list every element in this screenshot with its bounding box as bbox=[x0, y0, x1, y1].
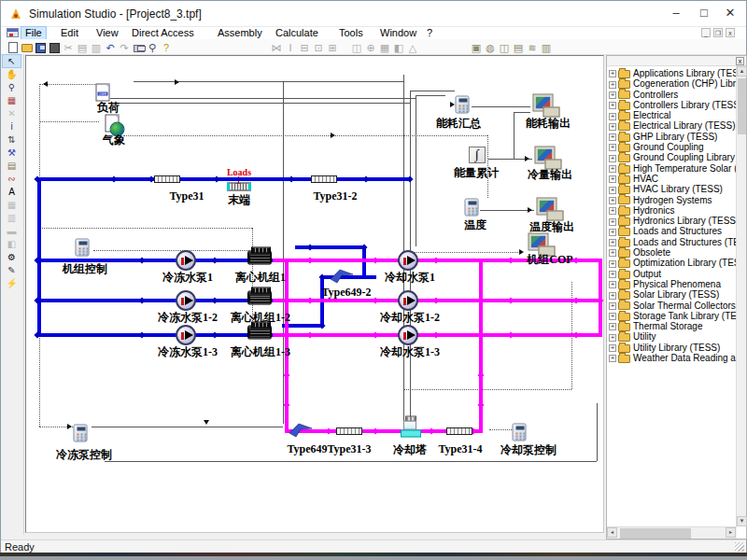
help-icon[interactable]: ? bbox=[160, 41, 173, 54]
tree-item[interactable]: +HVAC bbox=[609, 174, 736, 184]
cw-pump-1-icon[interactable] bbox=[398, 250, 418, 271]
save-all-icon[interactable] bbox=[48, 41, 61, 54]
tree-expand-icon[interactable]: + bbox=[609, 249, 616, 257]
tree-expand-icon[interactable]: + bbox=[609, 323, 616, 330]
cooling-tower-icon[interactable] bbox=[399, 416, 421, 436]
menu-edit[interactable]: Edit bbox=[57, 27, 82, 39]
order-tool-icon[interactable]: ⇅ bbox=[3, 133, 21, 146]
weather-file-icon[interactable] bbox=[106, 115, 120, 133]
run-tool-icon[interactable]: ⚡ bbox=[3, 277, 21, 289]
scroll-up-icon[interactable]: ▲ bbox=[737, 66, 747, 77]
clipboard-tool-icon[interactable]: ▤ bbox=[3, 160, 21, 172]
tree-expand-icon[interactable]: + bbox=[609, 207, 616, 215]
tree-item[interactable]: +Output bbox=[609, 269, 736, 279]
menu-assembly[interactable]: Assembly bbox=[214, 27, 266, 39]
close-button[interactable]: ✕ bbox=[716, 1, 744, 25]
cw-pump-1-3-icon[interactable] bbox=[398, 325, 418, 345]
window-split-icon[interactable]: ◫ bbox=[498, 41, 511, 54]
target-icon[interactable]: ◍ bbox=[484, 41, 497, 54]
tree-expand-icon[interactable]: + bbox=[609, 187, 616, 194]
menu-window[interactable]: Window bbox=[376, 27, 420, 39]
scroll-down-icon[interactable]: ▼ bbox=[737, 516, 747, 526]
menu-direct-access[interactable]: Direct Access bbox=[128, 27, 198, 39]
energy-output-plotter-icon[interactable] bbox=[534, 95, 559, 117]
list-icon[interactable]: ▤ bbox=[512, 41, 525, 54]
tree-item[interactable]: +Weather Data Reading and Process bbox=[609, 353, 736, 363]
info-tool-icon[interactable]: i bbox=[3, 120, 21, 133]
tree-expand-icon[interactable]: + bbox=[609, 175, 616, 183]
project-canvas[interactable]: Loads USER负荷气象Type31末端Type31-2冷冻水泵1冷冻水泵1… bbox=[25, 55, 604, 533]
tree-item[interactable]: +Hydronics bbox=[609, 205, 736, 216]
type31-3-icon[interactable] bbox=[336, 427, 362, 435]
report-icon[interactable]: ▥ bbox=[540, 41, 553, 54]
mdi-child-icon[interactable] bbox=[7, 28, 19, 37]
tree-item[interactable]: +Electrical Library (TESS) bbox=[609, 120, 736, 131]
tree-expand-icon[interactable]: + bbox=[609, 144, 616, 151]
tree-item[interactable]: +Optimization Library (TESS) bbox=[609, 258, 736, 268]
temperature-output-plotter-icon[interactable] bbox=[538, 199, 563, 220]
tree-item[interactable]: +Controllers bbox=[609, 90, 736, 100]
tree-item[interactable]: +Cogeneration (CHP) Library (TESS) bbox=[609, 78, 736, 89]
mdi-restore-button[interactable]: ❐ bbox=[713, 28, 723, 37]
tree-expand-icon[interactable]: + bbox=[609, 70, 616, 77]
mdi-close-button[interactable]: x bbox=[726, 28, 735, 37]
tree-expand-icon[interactable]: + bbox=[609, 155, 616, 162]
gear-tool-icon[interactable]: ⚙ bbox=[3, 251, 21, 263]
tree-item[interactable]: +HVAC Library (TESS) bbox=[609, 184, 736, 194]
waves-icon[interactable]: ≋ bbox=[526, 41, 539, 54]
tree-item[interactable]: +Hydrogen Systems bbox=[609, 195, 736, 205]
tree-item[interactable]: +Controllers Library (TESS) bbox=[609, 100, 736, 110]
chilled-water-pipe[interactable] bbox=[295, 245, 366, 249]
tree-expand-icon[interactable]: + bbox=[609, 133, 616, 141]
cw-pump-control-calc-icon[interactable] bbox=[513, 424, 527, 441]
scroll-right-icon[interactable]: ▸ bbox=[726, 527, 736, 538]
zoom-tool-icon[interactable]: ⚲ bbox=[3, 81, 21, 93]
tree-expand-icon[interactable]: + bbox=[609, 239, 616, 246]
minimize-button[interactable]: – bbox=[662, 1, 690, 25]
temperature-calc-icon[interactable] bbox=[465, 199, 479, 217]
tree-expand-icon[interactable]: + bbox=[609, 334, 616, 342]
tree-item[interactable]: +Electrical bbox=[609, 110, 736, 120]
text-tool-icon[interactable]: A bbox=[3, 186, 21, 198]
maximize-button[interactable]: □ bbox=[690, 1, 718, 25]
wrench-tool-icon[interactable]: ⚒ bbox=[3, 147, 21, 159]
chiller-1-3-icon[interactable] bbox=[247, 326, 272, 340]
library-panel-header[interactable]: x bbox=[607, 56, 746, 66]
type31-4-icon[interactable] bbox=[446, 427, 472, 435]
menu-view[interactable]: View bbox=[92, 27, 122, 39]
menu-file[interactable]: File bbox=[21, 27, 46, 39]
type649-icon[interactable] bbox=[289, 421, 313, 441]
type31-icon[interactable] bbox=[154, 175, 180, 183]
scroll-left-icon[interactable]: ◂ bbox=[607, 527, 617, 538]
tree-expand-icon[interactable]: + bbox=[609, 165, 616, 173]
palette-tool-icon[interactable]: ▦ bbox=[3, 94, 21, 106]
terminal-unit-icon[interactable] bbox=[227, 183, 251, 191]
tree-item[interactable]: +Obsolete bbox=[609, 247, 736, 258]
type31-2-icon[interactable] bbox=[311, 175, 337, 183]
tree-expand-icon[interactable]: + bbox=[609, 302, 616, 310]
tree-item[interactable]: +Physical Phenomena bbox=[609, 279, 736, 289]
tree-expand-icon[interactable]: + bbox=[609, 313, 616, 320]
undo-icon[interactable]: ↶ bbox=[104, 41, 117, 54]
tree-expand-icon[interactable]: + bbox=[609, 292, 616, 300]
print-icon[interactable] bbox=[132, 41, 145, 54]
tree-item[interactable]: +Loads and Structures bbox=[609, 226, 736, 236]
tree-item[interactable]: +Applications Library (TESS) bbox=[609, 68, 736, 78]
tree-expand-icon[interactable]: + bbox=[609, 197, 616, 204]
chw-pump-control-calc-icon[interactable] bbox=[74, 425, 88, 442]
tree-expand-icon[interactable]: + bbox=[609, 81, 616, 89]
menu-tools[interactable]: Tools bbox=[335, 27, 367, 39]
tree-expand-icon[interactable]: + bbox=[609, 113, 616, 120]
library-horizontal-scrollbar[interactable]: ◂ ▸ bbox=[607, 526, 737, 539]
mdi-minimize-button[interactable]: _ bbox=[701, 28, 711, 37]
tree-item[interactable]: +Solar Thermal Collectors bbox=[609, 301, 736, 311]
tree-item[interactable]: +Ground Coupling Library (TESS) bbox=[609, 152, 736, 162]
tree-item[interactable]: +Hydronics Library (TESS) bbox=[609, 216, 736, 226]
tree-item[interactable]: +High Temperature Solar (TESS) bbox=[609, 163, 736, 174]
cw-pump-1-2-icon[interactable] bbox=[398, 290, 418, 311]
library-vertical-scrollbar[interactable]: ▲ ▼ bbox=[736, 66, 746, 526]
chw-pump-1-icon[interactable] bbox=[176, 250, 196, 271]
pen-tool-icon[interactable]: ✎ bbox=[3, 264, 21, 276]
tree-item[interactable]: +Utility bbox=[609, 331, 736, 342]
tree-item[interactable]: +Ground Coupling bbox=[609, 142, 736, 152]
